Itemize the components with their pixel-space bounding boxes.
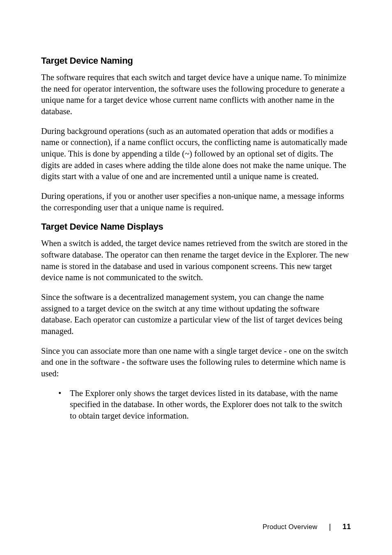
heading-target-device-name-displays: Target Device Name Displays [41,221,351,232]
paragraph-text: Since the software is a decentralized ma… [41,292,351,337]
heading-target-device-naming: Target Device Naming [41,55,351,66]
footer-page-number: 11 [343,523,351,531]
bullet-icon: • [58,388,70,399]
list-item: • The Explorer only shows the target dev… [58,388,348,422]
bullet-list: • The Explorer only shows the target dev… [58,388,348,422]
document-page: Target Device Naming The software requir… [0,0,392,555]
paragraph-text: During background operations (such as an… [41,126,351,182]
footer-section-label: Product Overview [263,523,317,531]
page-footer: Product Overview | 11 [263,522,351,531]
paragraph-text: During operations, if you or another use… [41,191,351,213]
paragraph-text: Since you can associate more than one na… [41,345,351,380]
paragraph-text: The software requires that each switch a… [41,72,351,117]
footer-separator: | [329,522,331,531]
list-item-text: The Explorer only shows the target devic… [70,388,348,422]
paragraph-text: When a switch is added, the target devic… [41,238,351,283]
